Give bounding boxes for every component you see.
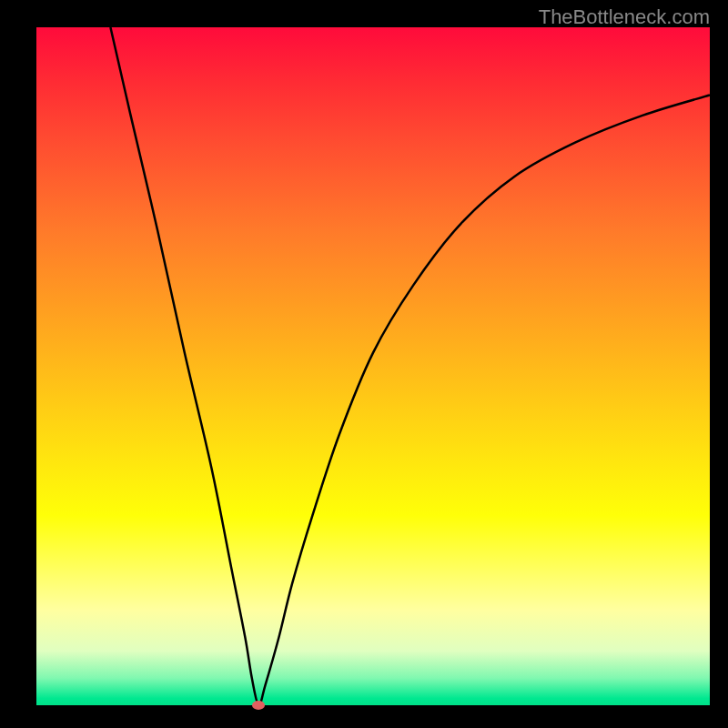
chart-container: TheBottleneck.com: [0, 0, 728, 728]
optimal-point-marker: [252, 701, 265, 710]
bottleneck-curve: [36, 27, 710, 705]
watermark-text: TheBottleneck.com: [539, 5, 710, 29]
